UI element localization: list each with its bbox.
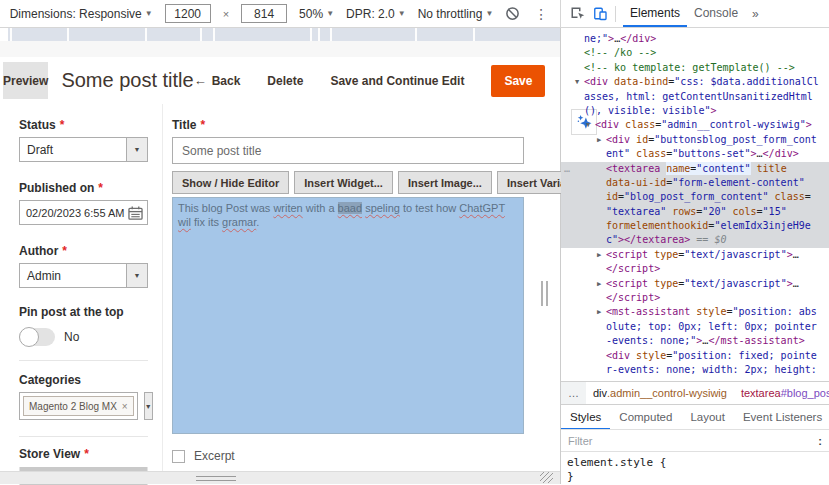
status-select[interactable]: Draft ▼ [19, 137, 148, 162]
dom-tree-line[interactable]: asses, html: getContentUnsanitizedHtml [561, 90, 829, 104]
dom-tree-line[interactable]: ent" class="buttons-set">…</div> [561, 147, 829, 161]
dimensions-label: Dimensions: Responsive [10, 7, 142, 21]
dom-tree-line[interactable]: <div style="position: fixed; pointe [561, 349, 829, 363]
pin-post-toggle[interactable] [19, 328, 55, 346]
styles-filter-options-icon[interactable]: : [818, 435, 822, 447]
code-token: "form-element-content" [672, 177, 804, 188]
code-token: </script> [606, 263, 660, 274]
save-and-continue-button[interactable]: Save and Continue Edit [330, 74, 464, 88]
dom-tree-line[interactable]: ▼<div data-bind="css: $data.additionalCl [561, 75, 829, 89]
code-token: </div> [763, 148, 799, 159]
title-input[interactable]: Some post title [172, 137, 524, 164]
styles-tab-layout[interactable]: Layout [681, 405, 734, 430]
chevron-down-icon: ▼ [126, 138, 147, 161]
dom-tree-line[interactable]: (), visible: visible"> [561, 104, 829, 118]
dpr-dropdown[interactable]: DPR: 2.0 ▼ [346, 7, 406, 21]
viewport-height-input[interactable] [241, 4, 287, 23]
dom-tree-line[interactable]: ne;">…</div> [561, 32, 829, 46]
dom-tree-line[interactable]: r-events: none; width: 2px; height: [561, 363, 829, 377]
excerpt-checkbox[interactable] [172, 450, 185, 463]
element-style-rule[interactable]: element.style { [567, 456, 829, 470]
divider [19, 436, 148, 437]
styles-tab-computed[interactable]: Computed [610, 405, 681, 430]
dom-tree-line[interactable]: ▶<div id="buttonsblog_post_form_cont [561, 133, 829, 147]
devtools-tab-bar: ElementsConsole » [560, 0, 829, 27]
breadcrumb-item[interactable]: textarea#blog_post_form_content [734, 382, 829, 404]
dom-tree-line[interactable]: …<textarea name="content" title [561, 162, 829, 176]
dom-tree-line[interactable]: id="blog_post_form_content" class= [561, 190, 829, 204]
viewport-width-input[interactable] [165, 4, 211, 23]
save-button[interactable]: Save [491, 65, 545, 97]
expand-arrow-icon[interactable]: ▼ [586, 118, 595, 132]
expand-arrow-icon[interactable]: ▶ [597, 305, 606, 319]
no-signal-icon[interactable] [505, 6, 520, 21]
throttling-dropdown[interactable]: No throttling ▼ [418, 7, 494, 21]
dom-tree-line[interactable]: ▶<script type="text/javascript">… [561, 248, 829, 262]
horizontal-scrollbar[interactable] [196, 476, 236, 481]
devtools-tab-elements[interactable]: Elements [623, 0, 687, 27]
dom-tree-line[interactable]: </script> [561, 262, 829, 276]
code-token: <script [606, 278, 648, 289]
code-token: <div [606, 350, 630, 361]
device-toolbar-menu-icon[interactable]: ⋮ [532, 6, 550, 22]
styles-tab-event-listeners[interactable]: Event Listeners [734, 405, 829, 430]
content-textarea[interactable]: This blog Post was writen with a baad sp… [172, 197, 524, 434]
dom-tree-line[interactable]: <!-- /ko --> [561, 46, 829, 60]
expand-arrow-icon[interactable]: ▶ [597, 277, 606, 291]
selected-node-marker: … [564, 162, 570, 176]
post-edit-header: Preview Some post title ←Back Delete Sav… [0, 57, 560, 104]
dom-tree-line[interactable]: data-ui-id="form-element-content" [561, 176, 829, 190]
categories-dropdown-button[interactable]: ▼ [144, 392, 153, 420]
styles-filter-input[interactable] [568, 435, 818, 447]
dom-tree-line[interactable]: olute; top: 0px; left: 0px; pointer [561, 320, 829, 334]
calendar-icon[interactable] [128, 206, 143, 220]
dom-tree-line[interactable]: <!-- ko template: getTemplate() --> [561, 61, 829, 75]
dom-tree-line[interactable]: formelementhookid="elemIdx3injeH9e [561, 219, 829, 233]
dom-tree-line[interactable]: ▼<div class="admin__control-wysiwig"> [561, 118, 829, 132]
inspect-element-icon[interactable] [570, 6, 585, 21]
breadcrumb-part: .admin__control-wysiwig [607, 387, 727, 399]
title-label: Title* [172, 118, 601, 132]
dom-tree-line[interactable]: ▶<mst-assistant style="position: abs [561, 305, 829, 319]
categories-input[interactable]: Magento 2 Blog MX × [19, 392, 138, 420]
resize-grip-icon[interactable] [540, 472, 553, 483]
dom-tree-line[interactable]: "textarea" rows="20" cols="15" [561, 205, 829, 219]
dom-tree-line[interactable]: </script> [561, 291, 829, 305]
code-token: <!-- /ko --> [584, 47, 656, 58]
delete-button[interactable]: Delete [267, 74, 303, 88]
dom-tree-line[interactable]: -events: none;">…</mst-assistant> [561, 334, 829, 348]
expand-arrow-icon[interactable]: ▶ [597, 133, 606, 147]
published-on-input[interactable]: 02/20/2023 6:55 AM [19, 200, 148, 225]
code-token: class [630, 148, 666, 159]
code-token: == $0 [690, 234, 726, 245]
dom-tree-line[interactable]: ▶<script type="text/javascript">… [561, 277, 829, 291]
code-token: ent" [606, 148, 630, 159]
devtools-tab-console[interactable]: Console [687, 0, 745, 27]
back-button[interactable]: ←Back [194, 73, 241, 88]
remove-category-icon[interactable]: × [122, 401, 128, 412]
code-token: "15" [763, 206, 787, 217]
code-token: "admin__control-wysiwig" [661, 119, 806, 130]
code-token: name [666, 163, 690, 174]
editor-button[interactable]: Insert Widget... [294, 171, 393, 194]
dom-tree-line[interactable]: c"></textarea> == $0 [561, 233, 829, 247]
editor-button[interactable]: Show / Hide Editor [172, 171, 289, 194]
author-select[interactable]: Admin ▼ [19, 263, 148, 288]
device-toolbar-toggle-icon[interactable] [592, 6, 608, 21]
editor-button[interactable]: Insert Image... [398, 171, 492, 194]
tab-preview[interactable]: Preview [3, 62, 48, 99]
panel-drag-handle[interactable] [541, 281, 548, 306]
code-token: "blog_post_form_content" [624, 191, 769, 202]
back-arrow-icon: ← [194, 73, 207, 88]
breadcrumb-item[interactable]: div.admin__control-wysiwig [586, 382, 734, 404]
code-token: <mst-assistant [606, 306, 690, 317]
dimensions-dropdown[interactable]: Dimensions: Responsive ▼ [10, 7, 153, 21]
expand-arrow-icon[interactable]: ▼ [575, 75, 584, 89]
zoom-dropdown[interactable]: 50% ▼ [299, 7, 334, 21]
content-word: . [256, 216, 259, 228]
code-token: asses, html: getContentUnsanitizedHtml [584, 91, 813, 102]
code-token: type [648, 278, 678, 289]
expand-arrow-icon[interactable]: ▶ [597, 248, 606, 262]
pin-post-label: Pin post at the top [19, 305, 148, 319]
more-tabs-icon[interactable]: » [752, 7, 759, 21]
